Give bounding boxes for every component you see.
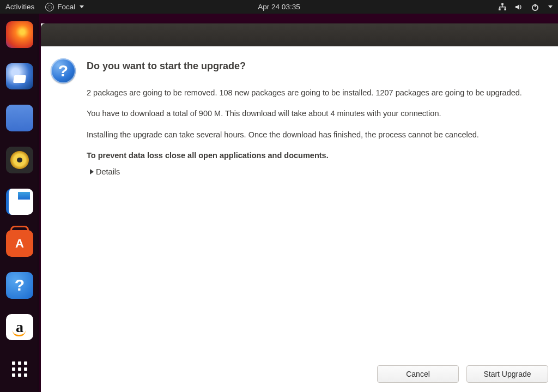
dialog-summary-packages: 2 packages are going to be removed. 108 …	[87, 87, 544, 98]
app-menu-icon: ◌	[45, 3, 54, 11]
dock-help[interactable]: ?	[6, 272, 33, 299]
dock-files[interactable]	[6, 105, 33, 131]
apps-grid-icon	[12, 361, 27, 377]
svg-rect-0	[501, 3, 504, 5]
dock-firefox[interactable]	[6, 21, 33, 48]
dialog-summary-duration: Installing the upgrade can take several …	[87, 129, 544, 140]
dialog-heading: Do you want to start the upgrade?	[87, 61, 548, 72]
question-icon: ?	[51, 58, 76, 83]
dock-writer[interactable]	[6, 189, 33, 215]
dialog-warning: To prevent data loss close all open appl…	[87, 150, 544, 161]
window-titlebar[interactable]	[41, 23, 558, 46]
system-status-area[interactable]	[498, 3, 553, 11]
ubuntu-dock: ? a	[0, 14, 39, 392]
show-applications-button[interactable]	[6, 355, 33, 382]
details-label: Details	[96, 167, 120, 176]
release-upgrader-window: ? Do you want to start the upgrade? 2 pa…	[41, 23, 558, 392]
volume-icon	[514, 3, 523, 11]
chevron-down-icon	[80, 5, 84, 8]
details-expander[interactable]: Details	[90, 167, 548, 176]
dock-software[interactable]	[6, 230, 33, 257]
cancel-button[interactable]: Cancel	[377, 365, 459, 383]
triangle-right-icon	[90, 169, 94, 174]
dialog-summary-download: You have to download a total of 900 M. T…	[87, 108, 544, 119]
chevron-down-icon	[548, 5, 553, 8]
power-icon	[531, 3, 539, 11]
activities-button[interactable]: Activities	[5, 3, 34, 11]
gnome-top-bar: Activities ◌ Focal Apr 24 03:35	[0, 0, 558, 14]
svg-rect-1	[499, 8, 501, 10]
start-upgrade-button[interactable]: Start Upgrade	[466, 365, 548, 383]
dock-amazon[interactable]: a	[6, 314, 33, 341]
network-icon	[498, 3, 507, 11]
app-menu-label: Focal	[57, 3, 75, 11]
dock-rhythmbox[interactable]	[6, 147, 33, 173]
clock[interactable]: Apr 24 03:35	[258, 3, 300, 11]
dialog-button-bar: Cancel Start Upgrade	[41, 364, 558, 392]
app-menu[interactable]: ◌ Focal	[45, 3, 84, 11]
svg-rect-2	[504, 8, 506, 10]
dock-thunderbird[interactable]	[6, 63, 33, 90]
